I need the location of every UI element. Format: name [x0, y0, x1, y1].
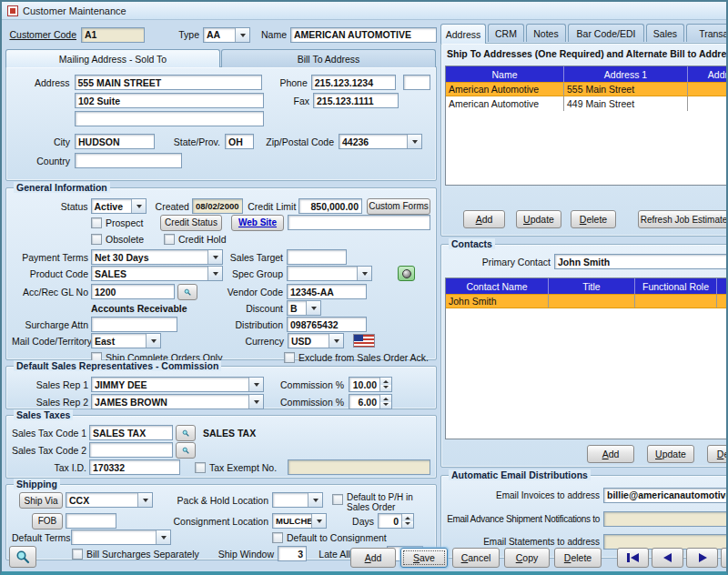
type-dropdown[interactable]: AA: [203, 27, 250, 43]
tab-notes[interactable]: Notes: [526, 24, 566, 42]
prospect-checkbox[interactable]: [91, 217, 102, 228]
tax-exempt-field[interactable]: [288, 459, 430, 475]
customer-code-label[interactable]: Customer Code: [5, 29, 76, 40]
contacts-add-button[interactable]: Add: [587, 445, 634, 463]
contacts-table[interactable]: Contact Name Title Functional Role D Joh…: [445, 277, 728, 439]
spec-group-dropdown[interactable]: [287, 266, 372, 281]
column-header[interactable]: Title: [549, 278, 635, 294]
tax-code1-field[interactable]: SALES TAX: [89, 425, 173, 440]
table-row[interactable]: American Automotive 449 Main Street: [446, 96, 728, 111]
tab-mailing-address[interactable]: Mailing Address - Sold To: [5, 49, 220, 67]
next-record-button[interactable]: [686, 548, 718, 568]
contacts-update-button[interactable]: Update: [647, 445, 694, 463]
column-header[interactable]: Contact Name: [446, 278, 549, 294]
column-header[interactable]: Functional Role: [635, 278, 717, 294]
web-site-field[interactable]: [288, 215, 430, 230]
sales-target-field[interactable]: [287, 249, 347, 265]
custom-forms-button[interactable]: Custom Forms: [367, 198, 430, 215]
tab-bill-to-address[interactable]: Bill To Address: [221, 49, 436, 67]
city-field[interactable]: HUDSON: [75, 134, 155, 149]
credit-limit-field[interactable]: 850,000.00: [298, 198, 362, 214]
tab-bar-code-edi[interactable]: Bar Code/EDI: [568, 24, 644, 42]
contacts-delete-button[interactable]: Delete: [707, 445, 728, 463]
surcharge-attn-field[interactable]: [91, 317, 177, 332]
tax-exempt-checkbox[interactable]: [195, 462, 206, 473]
mail-code-dropdown[interactable]: East: [91, 333, 161, 348]
table-row[interactable]: John Smith: [446, 294, 728, 308]
vendor-code-field[interactable]: 12345-AA: [287, 284, 367, 299]
commission1-stepper[interactable]: 10.00: [349, 377, 392, 392]
tab-crm[interactable]: CRM: [488, 24, 524, 42]
ship-to-table[interactable]: Name Address 1 Address 2 American Automo…: [445, 66, 728, 186]
tax-code2-search-button[interactable]: [176, 442, 196, 459]
discount-dropdown[interactable]: B: [287, 300, 321, 316]
ship-to-delete-button[interactable]: Delete: [571, 210, 616, 228]
column-header[interactable]: Address 2: [688, 66, 728, 82]
tax-code1-search-button[interactable]: [176, 425, 196, 441]
stepper-arrows-icon[interactable]: [379, 395, 391, 409]
consignment-dropdown[interactable]: MULCHES: [272, 513, 327, 529]
state-field[interactable]: OH: [225, 134, 254, 149]
save-button[interactable]: Save: [400, 548, 448, 568]
phone-field[interactable]: 215.123.1234: [311, 75, 396, 90]
accrec-gl-field[interactable]: 1200: [91, 284, 175, 299]
cancel-button[interactable]: Cancel: [452, 548, 500, 568]
ship-to-update-button[interactable]: Update: [516, 210, 561, 228]
fob-button[interactable]: FOB: [32, 513, 63, 530]
credit-status-button[interactable]: Credit Status: [160, 215, 222, 231]
ship-via-dropdown[interactable]: CCX: [66, 492, 153, 508]
last-record-button[interactable]: [721, 548, 728, 568]
credit-hold-checkbox[interactable]: [164, 234, 175, 245]
add-button[interactable]: Add: [350, 548, 396, 568]
status-dropdown[interactable]: Active: [91, 198, 147, 214]
footer-search-button[interactable]: [9, 546, 36, 568]
ship-via-button[interactable]: Ship Via: [19, 492, 63, 509]
refresh-job-estimates-button[interactable]: Refresh Job Estimates: [638, 210, 728, 228]
default-terms-dropdown[interactable]: [71, 530, 171, 545]
fax-field[interactable]: 215.123.1111: [313, 93, 399, 108]
table-row[interactable]: American Automotive 555 Main Street: [446, 82, 728, 96]
tax-id-field[interactable]: 170332: [89, 459, 180, 475]
address-line3-field[interactable]: [75, 111, 264, 126]
country-field[interactable]: [75, 153, 182, 168]
default-consignment-checkbox[interactable]: [272, 532, 283, 543]
phone-ext-field[interactable]: [403, 75, 430, 90]
pack-hold-dropdown[interactable]: [272, 492, 323, 508]
tab-address[interactable]: Address: [440, 24, 486, 44]
obsolete-checkbox[interactable]: [91, 234, 102, 245]
default-ph-checkbox[interactable]: [332, 494, 343, 505]
first-record-button[interactable]: [617, 548, 649, 568]
product-code-dropdown[interactable]: SALES: [91, 266, 223, 281]
address-line1-field[interactable]: 555 MAIN STREET: [75, 75, 263, 90]
copy-button[interactable]: Copy: [504, 548, 550, 568]
sales-rep1-dropdown[interactable]: JIMMY DEE: [91, 377, 264, 392]
delete-button[interactable]: Delete: [554, 548, 602, 568]
distribution-field[interactable]: 098765432: [287, 317, 367, 332]
zip-dropdown[interactable]: 44236: [339, 134, 422, 149]
accrec-search-button[interactable]: [177, 284, 197, 300]
tab-transactions[interactable]: Transactions: [686, 24, 728, 42]
stepper-arrows-icon[interactable]: [401, 514, 413, 528]
stepper-arrows-icon[interactable]: [379, 378, 391, 391]
column-header[interactable]: Address 1: [564, 66, 688, 82]
days-stepper[interactable]: 0: [378, 513, 414, 529]
email-invoices-field[interactable]: billie@americanautomotive.com: [603, 488, 728, 503]
primary-contact-field[interactable]: John Smith: [554, 254, 728, 269]
camera-button[interactable]: [398, 266, 415, 281]
email-asn-field[interactable]: [603, 511, 728, 527]
exclude-ack-checkbox[interactable]: [284, 352, 295, 363]
column-header[interactable]: D: [717, 278, 728, 294]
name-field[interactable]: AMERICAN AUTOMOTIVE: [290, 27, 437, 43]
tab-sales[interactable]: Sales: [646, 24, 684, 42]
previous-record-button[interactable]: [652, 548, 683, 568]
currency-dropdown[interactable]: USD: [288, 333, 344, 348]
customer-code-field[interactable]: A1: [81, 27, 145, 43]
address-line2-field[interactable]: 102 Suite: [75, 93, 264, 108]
tax-code2-field[interactable]: [89, 442, 173, 458]
ship-to-add-button[interactable]: Add: [463, 210, 505, 228]
fob-field[interactable]: [66, 513, 116, 529]
commission2-stepper[interactable]: 6.00: [349, 394, 392, 409]
payment-terms-dropdown[interactable]: Net 30 Days: [91, 249, 223, 265]
column-header[interactable]: Name: [446, 66, 564, 82]
sales-rep2-dropdown[interactable]: JAMES BROWN: [91, 394, 264, 409]
